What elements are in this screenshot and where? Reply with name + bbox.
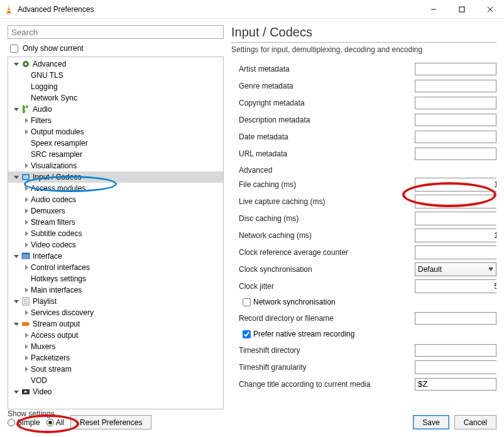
- timeshift-dir-input[interactable]: [415, 344, 496, 357]
- tree-collapse-icon[interactable]: [12, 321, 21, 326]
- meta-field-label: URL metadata: [239, 149, 410, 158]
- network-sync-row[interactable]: Network synchronisation: [239, 294, 496, 310]
- tree-expand-icon[interactable]: [22, 288, 31, 293]
- tree-item-sout-stream[interactable]: Sout stream: [8, 364, 223, 375]
- meta-field-input[interactable]: [415, 80, 496, 92]
- meta-field-input[interactable]: [415, 131, 496, 143]
- tree-item-services-discovery[interactable]: Services discovery: [8, 307, 223, 318]
- spin-field[interactable]: [415, 195, 496, 208]
- settings-scroll[interactable]: Artist metadataGenre metadataCopyright m…: [231, 60, 496, 409]
- svg-rect-5: [459, 7, 464, 12]
- change-title-row: Change title according to current media: [239, 375, 496, 392]
- prefer-native-row[interactable]: Prefer native stream recording: [239, 326, 496, 342]
- tree-item-audio-codecs[interactable]: Audio codecs: [8, 194, 223, 205]
- tree-expand-icon[interactable]: [22, 344, 31, 349]
- tree-item-audio[interactable]: Audio: [8, 104, 223, 115]
- tree-item-vod[interactable]: VOD: [8, 375, 223, 386]
- tree-item-src-resampler[interactable]: SRC resampler: [8, 149, 223, 160]
- tree-item-muxers[interactable]: Muxers: [8, 341, 223, 352]
- meta-field-input[interactable]: [415, 148, 496, 160]
- timeshift-gran-spin[interactable]: [415, 360, 496, 374]
- save-button[interactable]: Save: [413, 415, 449, 429]
- meta-field-label: Copyright metadata: [239, 99, 410, 107]
- tree-item-output-modules[interactable]: Output modules: [8, 126, 223, 138]
- radio-simple[interactable]: Simple: [8, 418, 40, 427]
- spin-input[interactable]: [415, 178, 496, 192]
- tree-collapse-icon[interactable]: [12, 107, 21, 112]
- change-title-input[interactable]: [415, 378, 496, 391]
- tree-item-filters[interactable]: Filters: [8, 115, 223, 126]
- tree-collapse-icon[interactable]: [12, 389, 21, 394]
- tree-item-stream-output[interactable]: Stream output: [8, 318, 223, 330]
- clock-jitter-input[interactable]: [415, 279, 496, 293]
- svg-marker-36: [14, 323, 19, 326]
- tree-expand-icon[interactable]: [22, 197, 31, 202]
- tree-collapse-icon[interactable]: [12, 299, 21, 304]
- tree-expand-icon[interactable]: [22, 129, 31, 134]
- minimize-button[interactable]: [419, 0, 447, 19]
- cancel-button[interactable]: Cancel: [454, 415, 496, 429]
- reset-preferences-button[interactable]: Reset Preferences: [70, 415, 151, 429]
- meta-field-input[interactable]: [415, 114, 496, 126]
- tree-item-gnu-tls[interactable]: GNU TLS: [8, 70, 223, 81]
- tree-expand-icon[interactable]: [22, 163, 31, 168]
- tree-item-video-codecs[interactable]: Video codecs: [8, 239, 223, 251]
- tree-collapse-icon[interactable]: [12, 62, 21, 67]
- tree-item-control-interfaces[interactable]: Control interfaces: [8, 262, 223, 273]
- tree-expand-icon[interactable]: [22, 310, 31, 315]
- tree-item-hotkeys-settings[interactable]: Hotkeys settings: [8, 273, 223, 284]
- tree-item-stream-filters[interactable]: Stream filters: [8, 217, 223, 228]
- tree-expand-icon[interactable]: [22, 220, 31, 225]
- tree-item-demuxers[interactable]: Demuxers: [8, 205, 223, 217]
- tree-item-playlist[interactable]: Playlist: [8, 296, 223, 307]
- tree-expand-icon[interactable]: [22, 231, 31, 236]
- meta-field-input[interactable]: [415, 97, 496, 109]
- spin-input[interactable]: [415, 212, 496, 225]
- tree-item-subtitle-codecs[interactable]: Subtitle codecs: [8, 228, 223, 239]
- tree-item-access-output[interactable]: Access output: [8, 330, 223, 341]
- spin-input[interactable]: [415, 229, 496, 242]
- clock-sync-select[interactable]: Default: [415, 262, 496, 276]
- network-sync-checkbox[interactable]: [243, 298, 251, 306]
- tree-item-speex-resampler[interactable]: Speex resampler: [8, 138, 223, 149]
- search-input[interactable]: [8, 25, 224, 39]
- tree-expand-icon[interactable]: [22, 242, 31, 247]
- tree-expand-icon[interactable]: [22, 186, 31, 191]
- spin-field[interactable]: [415, 212, 496, 225]
- page-subtitle: Settings for input, demultiplexing, deco…: [231, 45, 496, 54]
- timeshift-gran-input[interactable]: [415, 360, 496, 374]
- radio-all[interactable]: All: [47, 418, 64, 427]
- clock-jitter-spin[interactable]: [415, 279, 496, 293]
- only-show-current-checkbox[interactable]: Only show current: [8, 41, 224, 55]
- tree-item-visualizations[interactable]: Visualizations: [8, 160, 223, 171]
- tree-item-input-codecs[interactable]: Input / Codecs: [8, 171, 223, 183]
- close-button[interactable]: [476, 0, 504, 19]
- tree-item-main-interfaces[interactable]: Main interfaces: [8, 284, 223, 296]
- svg-marker-56: [488, 267, 493, 271]
- spin-field[interactable]: [415, 229, 496, 242]
- tree-expand-icon[interactable]: [22, 265, 31, 270]
- only-show-current-box[interactable]: [10, 45, 18, 53]
- maximize-button[interactable]: [447, 0, 476, 19]
- spin-input[interactable]: [415, 195, 496, 208]
- tree-item-interface[interactable]: Interface: [8, 251, 223, 262]
- tree-collapse-icon[interactable]: [12, 254, 21, 259]
- tree-item-video[interactable]: Video: [8, 386, 223, 397]
- tree-expand-icon[interactable]: [22, 333, 31, 338]
- record-dir-input[interactable]: [415, 312, 496, 325]
- tree-item-access-modules[interactable]: Access modules: [8, 183, 223, 194]
- tree-item-network-sync[interactable]: Network Sync: [8, 92, 223, 104]
- tree-item-packetizers[interactable]: Packetizers: [8, 352, 223, 364]
- tree-expand-icon[interactable]: [22, 208, 31, 213]
- tree-item-advanced[interactable]: Advanced: [8, 58, 223, 70]
- spin-input[interactable]: [415, 245, 496, 259]
- tree-collapse-icon[interactable]: [12, 175, 21, 180]
- tree-expand-icon[interactable]: [22, 355, 31, 360]
- meta-field-input[interactable]: [415, 63, 496, 75]
- prefer-native-checkbox[interactable]: [243, 330, 251, 338]
- spin-field[interactable]: [415, 245, 496, 259]
- tree-item-logging[interactable]: Logging: [8, 81, 223, 92]
- spin-field[interactable]: [415, 178, 496, 192]
- tree-expand-icon[interactable]: [22, 118, 31, 123]
- tree-expand-icon[interactable]: [22, 367, 31, 372]
